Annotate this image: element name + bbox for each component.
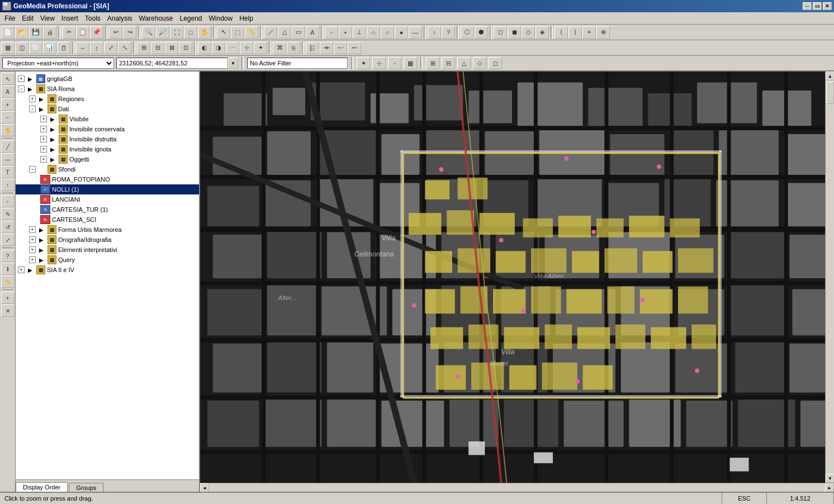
- tab-display-order[interactable]: Display Order: [16, 482, 68, 492]
- filter-btn9[interactable]: ◻: [489, 57, 502, 69]
- tb2-21[interactable]: ⬱: [306, 42, 319, 54]
- tb-node[interactable]: ◦: [325, 26, 338, 39]
- tb-draw-rect[interactable]: ▭: [292, 26, 305, 39]
- tb-zoom-in[interactable]: 🔍: [142, 26, 155, 39]
- hscroll-left-btn[interactable]: ◄: [200, 483, 209, 492]
- tree-item-oggetti[interactable]: + ▶ ▦ Oggetti: [16, 154, 199, 164]
- tb-select2[interactable]: ⬚: [231, 26, 244, 39]
- tree-item-grigliaGB[interactable]: + ▶ ▦ grigliaGB: [16, 74, 199, 84]
- tb2-13[interactable]: ⊡: [179, 42, 192, 54]
- vtb-rotate[interactable]: ↺: [1, 221, 15, 233]
- close-button[interactable]: ✕: [823, 2, 832, 10]
- tb2-17[interactable]: ⊹: [240, 42, 253, 54]
- vtb-scale[interactable]: ⤢: [1, 234, 15, 246]
- tb-zoom-out[interactable]: 🔎: [156, 26, 169, 39]
- tb2-20[interactable]: ⎘: [287, 42, 300, 54]
- tb-circle[interactable]: ○: [381, 26, 394, 39]
- tb-minus[interactable]: —: [409, 26, 422, 39]
- tb-zoom-full[interactable]: ⛶: [170, 26, 183, 39]
- expand-invis-distrutta[interactable]: +: [40, 136, 47, 142]
- expand-orografia[interactable]: +: [29, 236, 36, 243]
- tb2-18[interactable]: ✦: [254, 42, 267, 54]
- vtb-draw1[interactable]: ╱: [1, 140, 15, 153]
- map-area[interactable]: Villa Celimontana Villa Altieri Villa Ma…: [200, 72, 825, 483]
- tree-item-lanciani[interactable]: R LANCIANI: [16, 194, 199, 205]
- tb2-23[interactable]: ⬳: [334, 42, 347, 54]
- tree-item-invisibile-ignota[interactable]: + ▶ ▦ Invisibile ignota: [16, 144, 199, 154]
- vertical-scrollbar[interactable]: ▲ ▼: [825, 72, 834, 483]
- tb-text[interactable]: A: [306, 26, 319, 39]
- filter-btn3[interactable]: ◦: [388, 57, 401, 69]
- tb2-8[interactable]: ⤢: [104, 42, 117, 54]
- tb-pan[interactable]: ✋: [198, 26, 211, 39]
- expand-invis-ignota[interactable]: +: [40, 146, 47, 153]
- tb2-4[interactable]: 📊: [43, 42, 56, 54]
- expand-sia-ii-iv[interactable]: +: [18, 267, 25, 273]
- tb-draw-line[interactable]: ／: [264, 26, 277, 39]
- tb2-24[interactable]: ⬴: [348, 42, 361, 54]
- tb-merge[interactable]: ∩: [367, 26, 380, 39]
- filter-btn6[interactable]: ⊟: [442, 57, 455, 69]
- menu-window[interactable]: Window: [206, 13, 236, 23]
- tb2-19[interactable]: ⌘: [273, 42, 286, 54]
- tb-cut[interactable]: ✂: [62, 26, 75, 39]
- filter-btn8[interactable]: ◇: [473, 57, 486, 69]
- filter-btn5[interactable]: ⊞: [426, 57, 439, 69]
- vtb-measure[interactable]: 📏: [1, 275, 15, 288]
- scroll-track[interactable]: [826, 80, 834, 474]
- menu-edit[interactable]: Edit: [18, 13, 37, 23]
- tb2-6[interactable]: ↔: [76, 42, 89, 54]
- tree-item-cartesia-sci[interactable]: R CARTESIA_SCI: [16, 215, 199, 225]
- tb-paste[interactable]: 📌: [90, 26, 103, 39]
- tb-measure[interactable]: 📏: [245, 26, 258, 39]
- tb2-10[interactable]: ⊞: [137, 42, 150, 54]
- expand-sia-roma[interactable]: −: [18, 85, 25, 92]
- vtb-text[interactable]: A: [1, 85, 15, 98]
- vtb-draw2[interactable]: —: [1, 153, 15, 165]
- tb2-3[interactable]: ⬜: [29, 42, 42, 54]
- tb-extra8[interactable]: ⟩: [568, 26, 582, 39]
- tb-extra7[interactable]: ⟨: [555, 26, 568, 39]
- menu-tools[interactable]: Tools: [82, 13, 104, 23]
- tree-item-invisibile-conservata[interactable]: + ▶ ▦ Invisibile conservata: [16, 124, 199, 134]
- restore-button[interactable]: ▭: [813, 2, 822, 10]
- tb-print[interactable]: 🖨: [43, 26, 56, 39]
- tab-groups[interactable]: Groups: [69, 483, 103, 492]
- tb-draw-poly[interactable]: △: [278, 26, 291, 39]
- expand-elementi[interactable]: +: [29, 246, 36, 253]
- menu-legend[interactable]: Legend: [176, 13, 205, 23]
- tree-item-cartesia-tur[interactable]: ✕ CARTESIA_TUR (1): [16, 205, 199, 215]
- tb2-9[interactable]: ⤡: [118, 42, 131, 54]
- vtb-extra1[interactable]: +: [1, 292, 15, 304]
- tb-vertex[interactable]: •: [339, 26, 352, 39]
- vtb-pan[interactable]: ✋: [1, 124, 15, 136]
- menu-help[interactable]: Help: [236, 13, 257, 23]
- tb2-2[interactable]: ◫: [15, 42, 29, 54]
- tb-extra9[interactable]: ⌖: [582, 26, 596, 39]
- coord-dropdown-btn[interactable]: ▼: [228, 58, 238, 69]
- scroll-down-btn[interactable]: ▼: [826, 474, 834, 483]
- tree-item-dati[interactable]: − ▶ ▦ Dati: [16, 104, 199, 114]
- filter-btn2[interactable]: ⊹: [372, 57, 386, 69]
- tb2-16[interactable]: ⋯: [226, 42, 239, 54]
- tree-item-orografia[interactable]: + ▶ ▦ Orografia/Idrografia: [16, 235, 199, 245]
- tb-break[interactable]: ⊥: [353, 26, 366, 39]
- expand-sfondi[interactable]: −: [29, 166, 36, 173]
- tb2-22[interactable]: ⬲: [320, 42, 333, 54]
- coordinates-input[interactable]: [116, 58, 228, 69]
- tree-item-forma-urbis[interactable]: + ▶ ▦ Forma Urbis Marmorea: [16, 225, 199, 235]
- scroll-up-btn[interactable]: ▲: [826, 72, 834, 80]
- expand-regiones[interactable]: +: [29, 96, 36, 102]
- tree-item-sia-ii-iv[interactable]: + ▶ ▦ SIA II e IV: [16, 265, 199, 275]
- tb-extra3[interactable]: ◻: [494, 26, 507, 39]
- projection-select[interactable]: Projection +east+north(m): [2, 58, 114, 69]
- tb2-15[interactable]: ◑: [212, 42, 225, 54]
- expand-dati[interactable]: −: [29, 106, 36, 112]
- tb-extra5[interactable]: ◇: [522, 26, 535, 39]
- window-controls[interactable]: ─ ▭ ✕: [803, 2, 832, 10]
- tb-extra2[interactable]: ⬢: [475, 26, 488, 39]
- tb-extra6[interactable]: ◈: [536, 26, 549, 39]
- vtb-extra2[interactable]: ✕: [1, 305, 15, 317]
- tb2-14[interactable]: ◐: [198, 42, 211, 54]
- tb-arrow[interactable]: ↑: [428, 26, 441, 39]
